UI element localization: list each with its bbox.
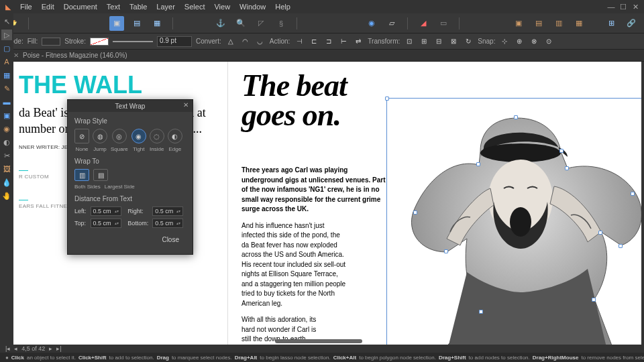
menu-view[interactable]: View — [214, 3, 230, 11]
tool-baseline-icon[interactable]: ▤ — [129, 16, 144, 31]
nav-last-icon[interactable]: ▸| — [56, 345, 61, 352]
stroke-swatch[interactable] — [90, 38, 109, 46]
text-frame-tool-icon[interactable]: ▢ — [1, 43, 12, 54]
dist-bottom-input[interactable]: 0.5 cm▴▾ — [152, 219, 183, 228]
tool-arrange2-icon[interactable]: ▤ — [531, 16, 546, 31]
dialog-title: Text Wrap ✕ — [68, 100, 193, 112]
dist-top-input[interactable]: 0.5 cm▴▾ — [91, 219, 121, 228]
tool-wrap2-icon[interactable]: ▭ — [436, 16, 451, 31]
tool-arrange3-icon[interactable]: ▥ — [551, 16, 566, 31]
menu-text[interactable]: Text — [107, 3, 120, 11]
menu-layer[interactable]: Layer — [156, 3, 175, 11]
tool-section-icon[interactable]: § — [274, 16, 288, 31]
menu-file[interactable]: File — [20, 3, 32, 11]
tool-wrap-icon[interactable]: ◢ — [416, 16, 431, 31]
place-tool-icon[interactable]: 🖼 — [1, 164, 12, 174]
menubar: ◣ File Edit Document Text Table Layer Se… — [0, 0, 644, 13]
wrap-style-label: Wrap Style — [74, 117, 186, 125]
nav-next-icon[interactable]: ▸ — [49, 345, 52, 352]
menu-window[interactable]: Window — [239, 3, 266, 11]
wrapto-both-icon[interactable]: ▥ — [74, 169, 89, 181]
window-maximize-icon[interactable]: ☐ — [620, 3, 627, 10]
window-close-icon[interactable]: ✕ — [632, 3, 639, 10]
tf5-icon[interactable]: ↻ — [463, 36, 474, 47]
wrap-jump-icon[interactable]: ◍ — [93, 129, 107, 143]
tool-align-icon[interactable]: ⊞ — [604, 16, 619, 31]
text-wrap-dialog[interactable]: Text Wrap ✕ Wrap Style ⊘None ◍Jump ◎Squa… — [67, 99, 193, 255]
wrap-edge-icon[interactable]: ◐ — [168, 129, 182, 143]
tool-arrange4-icon[interactable]: ▦ — [572, 16, 586, 31]
convert-smart-icon[interactable]: ◡ — [255, 36, 266, 47]
dialog-close-button[interactable]: Close — [162, 236, 179, 243]
menu-table[interactable]: Table — [129, 3, 147, 11]
photo-frame[interactable] — [386, 98, 641, 345]
snap4-icon[interactable]: ⊙ — [543, 36, 554, 47]
action-join-icon[interactable]: ⊢ — [338, 36, 349, 47]
hintbar: ● Click an object to select it. Click+Sh… — [0, 353, 644, 362]
document-tab[interactable]: Poise - Fitness Magazine (146.0%) — [23, 52, 127, 59]
nav-first-icon[interactable]: |◂ — [5, 345, 10, 352]
transparency-tool-icon[interactable]: ◐ — [1, 137, 12, 147]
snap2-icon[interactable]: ⊕ — [514, 36, 525, 47]
tool-preflight-icon[interactable]: ▣ — [109, 16, 124, 31]
dist-right-input[interactable]: 0.5 cm▴▾ — [152, 206, 183, 216]
horizontal-scrollbar[interactable] — [275, 339, 362, 343]
tool-fields-icon[interactable]: ▦ — [150, 16, 164, 31]
tool-corner-icon[interactable]: ◸ — [254, 16, 268, 31]
tool-arrange1-icon[interactable]: ▣ — [511, 16, 526, 31]
page-indicator[interactable]: 4,5 of 42 — [21, 345, 45, 352]
tf1-icon[interactable]: ⊡ — [404, 36, 415, 47]
nav-prev-icon[interactable]: ◂ — [14, 345, 17, 352]
picture-frame-tool-icon[interactable]: ▣ — [1, 110, 12, 121]
left-headline: THE WALL — [19, 71, 215, 99]
app-logo-icon: ◣ — [5, 3, 11, 11]
convert-smooth-icon[interactable]: ◠ — [240, 36, 251, 47]
vector-crop-tool-icon[interactable]: ✂ — [1, 150, 12, 161]
tool-anchor-icon[interactable]: ⚓ — [213, 16, 228, 31]
toolbar: 📂 ▣ ▤ ▦ ⚓ 🔍 ◸ § ◉ ▱ ◢ ▭ ▣ ▤ ▥ ▦ ⊞ 🔗 — [0, 13, 644, 34]
opt-stroke-label: Stroke: — [64, 38, 86, 45]
tool-find-icon[interactable]: 🔍 — [233, 16, 248, 31]
tf2-icon[interactable]: ⊞ — [419, 36, 429, 47]
dist-left-input[interactable]: 0.5 cm▴▾ — [91, 206, 121, 216]
wrap-none-icon[interactable]: ⊘ — [74, 129, 89, 143]
right-panel-dock[interactable] — [641, 62, 644, 345]
color-picker-tool-icon[interactable]: 💧 — [1, 177, 12, 188]
table-tool-icon[interactable]: ▦ — [1, 70, 12, 80]
shape-tool-icon[interactable]: ▬ — [1, 97, 12, 107]
snap1-icon[interactable]: ⊹ — [499, 36, 510, 47]
fill-tool-icon[interactable]: ◉ — [1, 123, 12, 134]
node-tool-icon[interactable]: ▷ — [1, 29, 12, 40]
stroke-width-input[interactable]: 0.9 pt — [157, 36, 192, 47]
menu-document[interactable]: Document — [64, 3, 97, 11]
wrap-inside-icon[interactable]: ◌ — [150, 129, 164, 143]
beat-title-line1: The beat — [241, 71, 628, 101]
action-reverse-icon[interactable]: ⇄ — [353, 36, 364, 47]
menu-edit[interactable]: Edit — [42, 3, 54, 11]
distance-label: Distance From Text — [74, 195, 186, 202]
menu-help[interactable]: Help — [275, 3, 290, 11]
tool-preview-icon[interactable]: ◉ — [364, 16, 379, 31]
view-tool-icon[interactable]: 🤚 — [1, 190, 12, 201]
wrap-square-icon[interactable]: ◎ — [112, 129, 127, 143]
tf3-icon[interactable]: ⊟ — [433, 36, 444, 47]
window-minimize-icon[interactable]: — — [608, 3, 614, 10]
wrap-tight-icon[interactable]: ◉ — [131, 129, 146, 143]
tf4-icon[interactable]: ⊠ — [448, 36, 459, 47]
art-text-tool-icon[interactable]: A — [1, 56, 12, 67]
pen-tool-icon[interactable]: ✎ — [1, 83, 12, 94]
snap3-icon[interactable]: ⊗ — [529, 36, 539, 47]
convert-sharp-icon[interactable]: △ — [225, 36, 236, 47]
right-page: The beat goes on. Three years ago Carl w… — [228, 62, 641, 345]
fill-swatch[interactable] — [42, 38, 60, 46]
menu-select[interactable]: Select — [184, 3, 205, 11]
action-close-icon[interactable]: ⊏ — [309, 36, 319, 47]
wrapto-largest-icon[interactable]: ▤ — [93, 169, 108, 181]
tool-link-icon[interactable]: 🔗 — [624, 16, 639, 31]
move-tool-icon[interactable]: ↖ — [1, 16, 12, 27]
opt-action-label: Action: — [270, 38, 290, 45]
action-smooth-icon[interactable]: ⊐ — [323, 36, 334, 47]
dialog-close-icon[interactable]: ✕ — [183, 101, 189, 109]
tool-clip-icon[interactable]: ▱ — [384, 16, 399, 31]
action-break-icon[interactable]: ⊣ — [294, 36, 305, 47]
